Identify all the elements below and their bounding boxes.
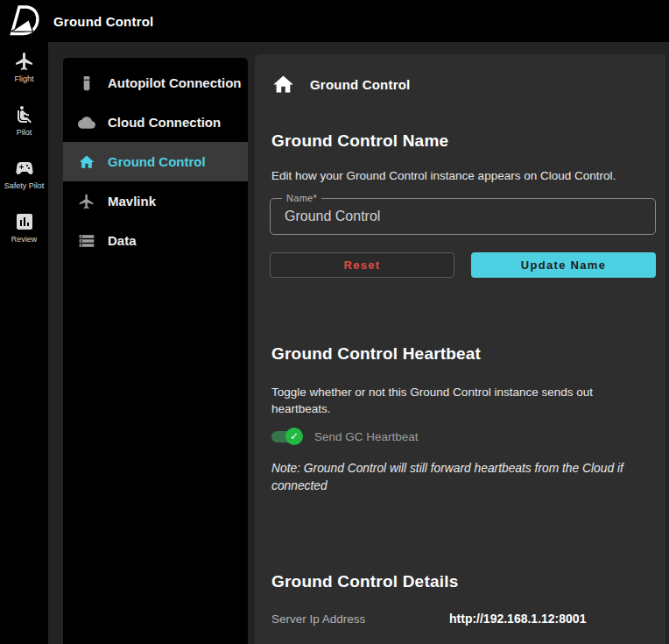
menu-item-label: Autopilot Connection bbox=[108, 75, 241, 90]
toggle-thumb-check-icon: ✓ bbox=[285, 428, 303, 445]
details-section-heading: Ground Control Details bbox=[271, 572, 458, 591]
top-app-bar: Ground Control bbox=[0, 0, 669, 42]
heartbeat-note: Note: Ground Control will still forward … bbox=[271, 460, 664, 495]
content-header-title: Ground Control bbox=[310, 77, 410, 92]
name-input[interactable]: Name* Ground Control bbox=[270, 198, 656, 235]
controller-grip-icon bbox=[78, 74, 95, 92]
nav-rail-label: Review bbox=[11, 235, 38, 244]
heartbeat-toggle-label: Send GC Heartbeat bbox=[314, 430, 419, 443]
settings-menu: Autopilot Connection Cloud Connection Gr… bbox=[63, 58, 248, 644]
reset-button[interactable]: Reset bbox=[270, 252, 454, 278]
name-section-heading: Ground Control Name bbox=[271, 131, 448, 151]
nav-rail-item-pilot[interactable]: Pilot bbox=[0, 104, 48, 137]
heartbeat-toggle[interactable]: ✓ bbox=[270, 428, 301, 445]
menu-item-ground-control[interactable]: Ground Control bbox=[63, 142, 248, 181]
server-ip-value: http://192.168.1.12:8001 bbox=[449, 612, 586, 626]
plane-icon bbox=[14, 51, 35, 72]
server-ip-label: Server Ip Address bbox=[271, 612, 449, 626]
menu-item-autopilot-connection[interactable]: Autopilot Connection bbox=[63, 63, 248, 103]
content-header: Ground Control bbox=[271, 73, 410, 96]
cloud-icon bbox=[78, 114, 95, 131]
plane-icon bbox=[78, 193, 95, 210]
menu-item-cloud-connection[interactable]: Cloud Connection bbox=[63, 103, 248, 142]
menu-item-label: Mavlink bbox=[108, 194, 156, 209]
ground-control-app: { "app": { "title": "Ground Control" }, … bbox=[0, 0, 669, 644]
content-panel: Ground Control Ground Control Name Edit … bbox=[255, 54, 665, 644]
nav-rail-item-safety-pilot[interactable]: Safety Pilot bbox=[0, 158, 48, 190]
bar-chart-icon bbox=[14, 211, 35, 232]
heartbeat-toggle-row: ✓ Send GC Heartbeat bbox=[270, 426, 419, 447]
home-icon bbox=[78, 153, 95, 171]
nav-rail: Flight Pilot Safety Pilot Review bbox=[0, 42, 48, 644]
name-buttons-row: Reset Update Name bbox=[270, 252, 656, 278]
home-icon bbox=[271, 73, 295, 96]
name-input-value: Ground Control bbox=[285, 209, 380, 224]
storage-icon bbox=[78, 232, 95, 250]
menu-item-label: Data bbox=[108, 233, 137, 248]
menu-item-label: Cloud Connection bbox=[108, 115, 221, 130]
name-section-description: Edit how your Ground Control instance ap… bbox=[271, 169, 616, 182]
gamepad-icon bbox=[14, 158, 35, 179]
update-name-button[interactable]: Update Name bbox=[471, 252, 656, 278]
server-ip-row: Server Ip Address http://192.168.1.12:80… bbox=[271, 612, 586, 626]
pilot-seat-icon bbox=[14, 104, 35, 125]
menu-item-label: Ground Control bbox=[108, 154, 206, 169]
nav-rail-item-flight[interactable]: Flight bbox=[0, 51, 48, 83]
app-logo-icon bbox=[9, 4, 40, 38]
name-input-label: Name* bbox=[282, 193, 321, 203]
nav-rail-item-review[interactable]: Review bbox=[0, 211, 48, 244]
nav-rail-label: Flight bbox=[14, 74, 33, 83]
heartbeat-section-heading: Ground Control Heartbeat bbox=[271, 344, 481, 364]
menu-item-mavlink[interactable]: Mavlink bbox=[63, 181, 248, 221]
heartbeat-description: Toggle whether or not this Ground Contro… bbox=[271, 384, 648, 417]
nav-rail-label: Pilot bbox=[17, 128, 32, 137]
app-title: Ground Control bbox=[53, 14, 153, 29]
nav-rail-label: Safety Pilot bbox=[4, 181, 45, 190]
menu-item-data[interactable]: Data bbox=[63, 221, 248, 260]
